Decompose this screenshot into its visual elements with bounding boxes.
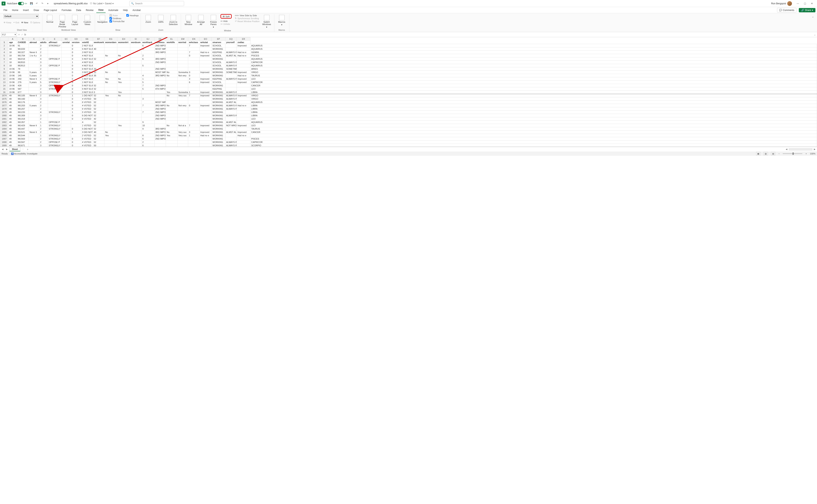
cell[interactable]: Somewhat (178, 71, 188, 74)
cell[interactable] (62, 74, 71, 77)
hscroll-right[interactable]: ▶ (813, 148, 816, 151)
cell[interactable]: 2 (39, 104, 48, 107)
cell[interactable] (104, 121, 117, 124)
page-break-button[interactable]: Page Break Preview (57, 14, 68, 29)
cell[interactable]: WORKING (212, 97, 225, 101)
cell[interactable] (117, 137, 130, 141)
cell[interactable] (71, 121, 81, 124)
cell[interactable]: 2 (39, 51, 48, 54)
cell[interactable]: 3 (39, 44, 48, 47)
autosave-toggle[interactable]: AutoSave On (7, 2, 27, 5)
arrange-all-button[interactable]: Arrange All (195, 14, 206, 26)
cell[interactable]: OPPOSE P (48, 64, 62, 67)
cell[interactable]: 5 DID NOT (81, 127, 93, 131)
cell[interactable] (29, 144, 39, 147)
accessibility-status[interactable]: ♿ Accessibility: Investigate (11, 152, 38, 155)
cell[interactable]: 5 (39, 81, 48, 84)
row-header[interactable]: 1882 (0, 121, 8, 124)
cell[interactable]: Improved (199, 124, 212, 127)
cell[interactable]: 2ND IMPO (154, 84, 166, 87)
cell[interactable] (142, 67, 154, 71)
cancel-icon[interactable]: ✕ (18, 33, 20, 36)
cell[interactable]: SCHOOL (212, 61, 225, 64)
cell[interactable]: 5 years (29, 71, 39, 74)
cell[interactable] (29, 141, 39, 144)
cell[interactable] (178, 114, 188, 117)
row-header[interactable]: 1878 (0, 107, 8, 111)
cell[interactable]: No (117, 94, 130, 97)
row-header[interactable]: 9 (0, 67, 8, 71)
cell[interactable]: Improved (237, 44, 250, 47)
sheet-view-select[interactable]: Default (4, 14, 39, 18)
cell[interactable] (188, 114, 199, 117)
cell[interactable]: WORKING (212, 84, 225, 87)
tab-acrobat[interactable]: Acrobat (131, 8, 143, 13)
cell[interactable]: 1 (188, 134, 199, 137)
cell[interactable] (117, 117, 130, 121)
sheet-tab-sheet[interactable]: Sheet (9, 147, 20, 151)
cell[interactable]: WORKING (212, 121, 225, 124)
cell[interactable]: 35 (93, 74, 104, 77)
cell[interactable]: 52 (93, 134, 104, 137)
cell[interactable] (104, 104, 117, 107)
cell[interactable]: Improved (199, 104, 212, 107)
cell[interactable]: 0 (71, 97, 81, 101)
cell[interactable] (62, 141, 71, 144)
cell[interactable]: WORKING (212, 137, 225, 141)
cell[interactable]: 1 (39, 134, 48, 137)
cell[interactable]: 52 (93, 84, 104, 87)
cell[interactable] (130, 117, 142, 121)
cell[interactable]: 1 NOT ELIG (81, 77, 93, 81)
cell[interactable]: 99 (17, 71, 29, 74)
zoom-out-button[interactable]: − (778, 152, 780, 155)
cell[interactable]: LIBRA (250, 107, 817, 111)
cell[interactable]: 91 (17, 44, 29, 47)
cell[interactable] (178, 111, 188, 114)
cell[interactable] (188, 127, 199, 131)
cell[interactable] (237, 67, 250, 71)
cell[interactable]: 2 (39, 137, 48, 141)
cell[interactable]: 961567 (17, 141, 29, 144)
cell[interactable]: 18 (8, 54, 17, 57)
cell[interactable]: 18 (8, 47, 17, 51)
cell[interactable]: 4 NOT ELIG (81, 64, 93, 67)
cell[interactable]: 961563 (17, 137, 29, 141)
cell[interactable]: 2 (39, 77, 48, 81)
cell[interactable]: workless (154, 41, 166, 44)
cell[interactable] (199, 57, 212, 61)
cell[interactable] (225, 134, 237, 137)
row-header[interactable]: 1883 (0, 124, 8, 127)
row-header[interactable]: 1877 (0, 104, 8, 107)
col-header-C[interactable]: C (29, 37, 39, 41)
cell[interactable] (166, 81, 178, 84)
cell[interactable] (199, 111, 212, 114)
cell[interactable] (130, 71, 142, 74)
cell[interactable] (237, 137, 250, 141)
cell[interactable] (104, 51, 117, 54)
cell[interactable] (117, 141, 130, 144)
cell[interactable]: 0 (71, 84, 81, 87)
cell[interactable]: Improved (199, 44, 212, 47)
cell[interactable] (130, 134, 142, 137)
cell[interactable]: 49 (8, 131, 17, 134)
cell[interactable]: 52 (93, 137, 104, 141)
cell[interactable]: WORKING (212, 67, 225, 71)
cell[interactable] (154, 94, 166, 97)
cell[interactable]: PISCES (250, 137, 817, 141)
cell[interactable]: ALWAYS W (225, 97, 237, 101)
cell[interactable] (225, 47, 237, 51)
cell[interactable]: MOST IMP (154, 71, 166, 74)
cell[interactable] (104, 127, 117, 131)
cell[interactable] (62, 124, 71, 127)
cell[interactable] (225, 117, 237, 121)
cell[interactable]: 2 (39, 107, 48, 111)
row-header[interactable]: 1889 (0, 144, 8, 147)
cell[interactable]: worried (178, 41, 188, 44)
cell[interactable]: 961309 (17, 114, 29, 117)
cell[interactable]: 18 96 (8, 44, 17, 47)
cell[interactable]: 0 (71, 91, 81, 94)
cell[interactable]: SCHOOL (212, 54, 225, 57)
cell[interactable]: 1 (71, 131, 81, 134)
cell[interactable] (130, 44, 142, 47)
cell[interactable]: 961357 (17, 121, 29, 124)
